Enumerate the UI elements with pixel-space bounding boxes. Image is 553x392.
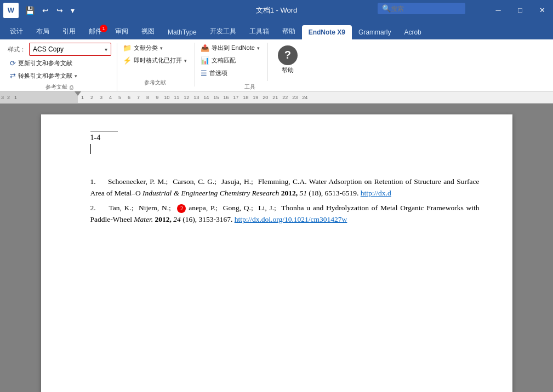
match-button[interactable]: 📊 文稿匹配 xyxy=(198,55,262,66)
match-icon: 📊 xyxy=(201,56,209,65)
ruler-gray-area: 3 2 1 xyxy=(0,91,78,103)
convert-citations-button[interactable]: ⇄ 转换引文和参考文献 ▾ xyxy=(8,71,111,81)
word-icon: W xyxy=(3,3,19,18)
ribbon-tabs: 设计 布局 引用 邮件 1 审阅 视图 MathType 开发工具 工具箱 帮助… xyxy=(0,20,553,39)
text-cursor xyxy=(90,144,91,154)
classify-icon: 📁 xyxy=(123,44,132,52)
tab-mathtype[interactable]: MathType xyxy=(161,25,203,39)
title-controls: ─ □ ✕ xyxy=(487,0,553,20)
close-button[interactable]: ✕ xyxy=(531,0,553,20)
instant-icon: ⚡ xyxy=(123,56,132,65)
footnote-area: 1-4 xyxy=(90,131,480,154)
title-bar: W 💾 ↩ ↪ ▾ 文档1 - Word 🔍 ─ □ ✕ xyxy=(0,0,553,20)
tab-badge: 1 xyxy=(100,25,107,32)
convert-icon: ⇄ xyxy=(10,72,16,80)
tab-buju[interactable]: 布局 xyxy=(30,24,56,39)
tab-kaifa[interactable]: 开发工具 xyxy=(203,24,243,39)
export-arrow-icon: ▾ xyxy=(257,45,260,51)
instant-label: 即时格式化已打开 xyxy=(134,56,182,65)
tab-bangzhu[interactable]: 帮助 xyxy=(276,24,302,39)
ribbon-group-references2: 📁 文献分类 ▾ ⚡ 即时格式化已打开 ▾ 参考文献 xyxy=(117,43,195,87)
update-label: 更新引文和参考文献 xyxy=(18,59,72,67)
help-label: 帮助 xyxy=(282,66,294,74)
tab-endnote[interactable]: EndNote X9 xyxy=(302,25,352,39)
ruler-indent-arrow[interactable] xyxy=(75,91,81,96)
convert-label: 转换引文和参考文献 xyxy=(18,72,72,80)
tab-shitu[interactable]: 视图 xyxy=(135,24,161,39)
update-citations-button[interactable]: ⟳ 更新引文和参考文献 xyxy=(8,58,111,68)
maximize-button[interactable]: □ xyxy=(509,0,531,20)
prefs-label: 首选项 xyxy=(209,69,227,77)
minimize-button[interactable]: ─ xyxy=(487,0,509,20)
window-title: 文档1 - Word xyxy=(256,5,298,15)
expand-icon[interactable]: ⎙ xyxy=(70,84,73,90)
export-icon: 📤 xyxy=(201,44,209,52)
help-button[interactable]: ? 帮助 xyxy=(273,43,302,77)
instant-arrow-icon: ▾ xyxy=(184,58,187,64)
tab-grammarly[interactable]: Grammarly xyxy=(352,25,397,39)
tab-yinyong[interactable]: 引用 xyxy=(56,24,82,39)
ribbon-group-references1: 样式： ACS Copy ▾ ⟳ 更新引文和参考文献 ⇄ 转换引文和参考文献 ▾… xyxy=(4,43,117,91)
export-endnote-button[interactable]: 📤 导出到 EndNote ▾ xyxy=(198,43,262,53)
search-bar[interactable]: 🔍 xyxy=(378,3,465,14)
save-button[interactable]: 💾 xyxy=(23,5,37,16)
classify-button[interactable]: 📁 文献分类 ▾ xyxy=(121,43,189,53)
ref2-authors2: anepa, P.; Gong, Q.; Li, J.; Thonha xyxy=(189,204,304,212)
document-page[interactable]: 1-4 1. Schoenecker, P. M.; Carson, C. G.… xyxy=(41,114,512,392)
ribbon-group-tools: 📤 导出到 EndNote ▾ 📊 文稿匹配 ☰ 首选项 ? 帮助 xyxy=(195,43,307,91)
ref1-volume: 51 (18), 6513-6519. xyxy=(299,189,358,197)
ref2-badge: 2 xyxy=(177,204,186,213)
group-title-tools: 工具 xyxy=(244,83,255,91)
ref1-link[interactable]: http://dx.d xyxy=(361,189,391,197)
tab-gongju[interactable]: 工具箱 xyxy=(243,24,276,39)
ref1-number: 1. xyxy=(90,177,106,186)
dropdown-icon: ▾ xyxy=(160,45,163,51)
help-icon: ? xyxy=(278,45,298,65)
quick-access-toolbar: 💾 ↩ ↪ ▾ xyxy=(23,5,77,16)
page-number: 1-4 xyxy=(90,134,480,142)
style-label: 样式： xyxy=(8,45,26,54)
group-title-references2: 参考文献 xyxy=(144,79,166,87)
style-dropdown[interactable]: ACS Copy ▾ xyxy=(29,43,111,56)
chevron-down-icon: ▾ xyxy=(105,47,107,53)
ref2-link[interactable]: http://dx.doi.org/10.1021/cm301427w xyxy=(235,215,347,223)
ref1-authors: Schoenecker, P. M.; Carson, C. G.; Jasuj… xyxy=(108,177,299,186)
ref1-year: 2012, xyxy=(281,189,298,197)
dropdown-arrow-icon: ▾ xyxy=(75,73,77,79)
page-area: 1-4 1. Schoenecker, P. M.; Carson, C. G.… xyxy=(0,103,553,392)
export-label: 导出到 EndNote xyxy=(212,44,255,52)
group-title-references1: 参考文献 ⎙ xyxy=(45,83,73,91)
title-bar-left: W 💾 ↩ ↪ ▾ xyxy=(0,3,77,18)
search-icon: 🔍 xyxy=(382,4,391,13)
classify-label: 文献分类 xyxy=(134,44,158,52)
undo-button[interactable]: ↩ xyxy=(40,5,51,16)
ruler-white-area: 1 2 3 4 5 6 7 8 9 10 11 12 13 14 15 16 1… xyxy=(78,91,553,103)
style-row: 样式： ACS Copy ▾ xyxy=(8,43,111,56)
match-label: 文稿匹配 xyxy=(212,56,236,65)
tab-acrobat[interactable]: Acrob xyxy=(397,25,427,39)
search-input[interactable] xyxy=(391,5,457,13)
ruler: 3 2 1 1 2 3 4 5 6 7 8 9 10 11 12 13 14 1… xyxy=(0,91,553,103)
separator xyxy=(267,43,268,81)
update-icon: ⟳ xyxy=(10,59,16,67)
ribbon-body: 样式： ACS Copy ▾ ⟳ 更新引文和参考文献 ⇄ 转换引文和参考文献 ▾… xyxy=(0,39,553,91)
instant-format-button[interactable]: ⚡ 即时格式化已打开 ▾ xyxy=(121,55,189,66)
tab-shenyu[interactable]: 审阅 xyxy=(109,24,135,39)
tab-yijian[interactable]: 邮件 1 xyxy=(82,24,109,39)
prefs-icon: ☰ xyxy=(201,69,207,77)
reference-item-1: 1. Schoenecker, P. M.; Carson, C. G.; Ja… xyxy=(90,176,480,199)
customize-qa-button[interactable]: ▾ xyxy=(69,5,77,16)
references-section: 1. Schoenecker, P. M.; Carson, C. G.; Ja… xyxy=(90,176,480,226)
tab-sheji[interactable]: 设计 xyxy=(3,24,30,39)
ref2-journal: Mater. xyxy=(134,215,153,223)
ref2-year: 2012, xyxy=(155,215,172,223)
style-value: ACS Copy xyxy=(33,45,105,53)
ref2-volume: 24 (16), 3153-3167. xyxy=(173,215,232,223)
preferences-button[interactable]: ☰ 首选项 xyxy=(198,68,262,78)
redo-button[interactable]: ↪ xyxy=(54,5,65,16)
reference-item-2: 2. Tan, K.; Nijem, N.; 2 anepa, P.; Gong… xyxy=(90,203,480,226)
ref2-authors: Tan, K.; Nijem, N.; xyxy=(109,204,176,212)
ref1-journal: Industrial & Engineering Chemistry Resea… xyxy=(142,189,279,197)
ref2-number: 2. xyxy=(90,204,106,212)
